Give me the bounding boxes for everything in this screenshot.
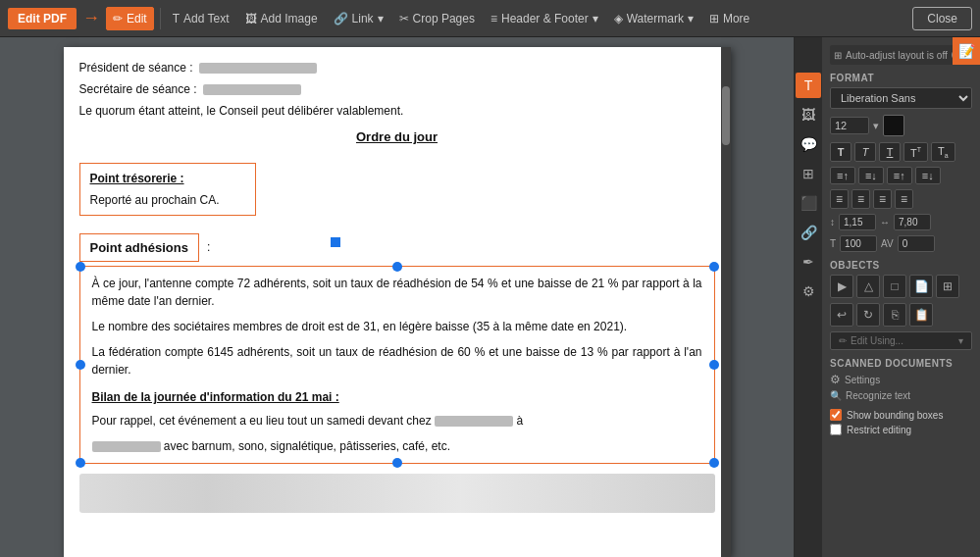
bilan-blurred1 [435, 416, 513, 427]
recognize-text-label: Recognize text [846, 390, 910, 401]
auto-adjust-icon: ⊞ [834, 50, 842, 61]
font-size-input[interactable] [830, 117, 869, 134]
obj-copy-btn[interactable]: ⎘ [883, 303, 906, 327]
restrict-editing-label: Restrict editing [847, 425, 911, 435]
header-footer-icon: ≡ [490, 12, 497, 25]
para3: La fédération compte 6145 adhérents, soi… [92, 343, 702, 379]
font-family-select[interactable]: Liberation Sans [830, 87, 972, 109]
obj-clipboard-btn[interactable]: 📋 [909, 303, 933, 327]
point-tresorerie-title: Point trésorerie : [90, 170, 245, 187]
ordre-du-jour: Ordre du jour [79, 127, 715, 147]
obj-undo-btn[interactable]: ↩ [830, 303, 853, 327]
obj-play-btn[interactable]: ▶ [830, 275, 853, 298]
bilan-section: Bilan de la journée d'information du 21 … [92, 388, 702, 455]
edit-panel-icon: 📝 [958, 43, 975, 59]
watermark-button[interactable]: ◈ Watermark ▾ [608, 8, 699, 29]
selection-handle-top [331, 237, 340, 247]
obj-page-btn[interactable]: 📄 [909, 275, 933, 298]
recognize-text-row[interactable]: 🔍 Recognize text [830, 390, 972, 401]
crop-icon: ✂ [399, 12, 409, 25]
close-button[interactable]: Close [912, 7, 972, 30]
pdf-scrollbar[interactable] [721, 47, 731, 557]
point-tresorerie-box: Point trésorerie : Reporté au prochain C… [79, 163, 256, 216]
superscript-button[interactable]: TT [903, 142, 928, 162]
point-adhesions-row: Point adhésions : [79, 233, 715, 263]
panel-active-icon[interactable]: 📝 [953, 37, 980, 65]
add-image-button[interactable]: 🖼 Add Image [239, 8, 324, 29]
obj-grid-btn[interactable]: ⊞ [936, 275, 959, 298]
line-height-row: ↕ ↔ [830, 214, 972, 230]
restrict-editing-row: Restrict editing [830, 424, 972, 435]
restrict-editing-checkbox[interactable] [830, 424, 842, 435]
pencil-icon: ✏ [839, 335, 847, 346]
align-justify-button[interactable]: ≡ [895, 189, 913, 209]
gear-icon: ⚙ [830, 373, 841, 386]
recognize-text-icon: 🔍 [830, 390, 842, 401]
av-input[interactable] [898, 235, 935, 252]
char-spacing-input[interactable] [894, 214, 931, 230]
handle-right [709, 360, 719, 370]
image-icon-btn[interactable]: 🖼 [796, 102, 821, 127]
link-button[interactable]: 🔗 Link ▾ [328, 8, 389, 29]
header-footer-button[interactable]: ≡ Header & Footer ▾ [485, 8, 604, 29]
av-label: AV [881, 238, 894, 249]
list-outdent-btn1[interactable]: ≡↓ [858, 167, 884, 184]
font-size-dropdown-icon[interactable]: ▾ [873, 120, 879, 132]
handle-topright [709, 262, 719, 272]
line-height-icon: ↕ [830, 217, 835, 228]
crop-pages-button[interactable]: ✂ Crop Pages [393, 8, 481, 29]
align-center-button[interactable]: ≡ [851, 189, 870, 209]
format-icon-btn[interactable]: T [796, 73, 821, 98]
quorum-line: Le quorum étant atteint, le Conseil peut… [79, 102, 715, 120]
style-btn-row1: T T T TT Ta [830, 142, 972, 162]
edit-icon: ✏ [113, 12, 123, 25]
secretaire-label: Secrétaire de séance : [79, 80, 197, 98]
auto-adjust-bar: ⊞ Auto-adjust layout is off i [830, 45, 972, 65]
comment-icon-btn[interactable]: 💬 [796, 131, 821, 157]
subscript-button[interactable]: Ta [931, 142, 955, 162]
settings-row[interactable]: ⚙ Settings [830, 373, 972, 386]
para2: Le nombre des sociétaires membres de dro… [92, 318, 702, 335]
table-icon-btn[interactable]: ⊞ [796, 161, 821, 186]
sign-icon-btn[interactable]: ✒ [796, 249, 821, 275]
objects-btn-row1: ▶ △ □ 📄 ⊞ [830, 275, 972, 298]
line-height-input[interactable] [839, 214, 876, 230]
main-text-box[interactable]: À ce jour, l'antenne compte 72 adhérents… [79, 266, 715, 464]
edit-using-button[interactable]: ✏ Edit Using... ▾ [830, 331, 972, 350]
italic-button[interactable]: T [854, 142, 876, 162]
president-label: Président de séance : [79, 59, 193, 76]
edit-button[interactable]: ✏ Edit [106, 7, 154, 30]
watermark-icon: ◈ [614, 12, 623, 25]
list-indent-btn2[interactable]: ≡↑ [887, 167, 912, 184]
handle-left [76, 360, 85, 370]
align-right-button[interactable]: ≡ [873, 189, 892, 209]
bold-button[interactable]: T [830, 142, 851, 162]
obj-refresh-btn[interactable]: ↻ [856, 303, 880, 327]
scale-input[interactable] [840, 235, 877, 252]
more-button[interactable]: ⊞ More [703, 8, 755, 29]
link2-icon-btn[interactable]: 🔗 [796, 220, 821, 245]
edit-pdf-button[interactable]: Edit PDF [8, 8, 77, 29]
obj-triangle-btn[interactable]: △ [856, 275, 880, 298]
add-text-button[interactable]: T Add Text [167, 8, 235, 29]
bilan-title: Bilan de la journée d'information du 21 … [92, 388, 702, 406]
underline-button[interactable]: T [879, 142, 901, 162]
scale-label: T [830, 238, 836, 249]
list-indent-btn1[interactable]: ≡↑ [830, 167, 855, 184]
pdf-scrollbar-thumb[interactable] [722, 86, 730, 145]
obj-square-btn[interactable]: □ [883, 275, 906, 298]
president-value-blurred [199, 63, 317, 74]
header-footer-dropdown-icon: ▾ [593, 12, 598, 25]
point-tresorerie-body: Reporté au prochain CA. [90, 191, 245, 209]
scan-icon-btn[interactable]: ⬛ [796, 190, 821, 216]
tools-icon-btn[interactable]: ⚙ [796, 278, 821, 304]
right-panel-inner: T 🖼 💬 ⊞ ⬛ 🔗 ✒ ⚙ ⊞ Auto-adjust layout is … [795, 37, 980, 557]
show-bounding-boxes-row: Show bounding boxes [830, 409, 972, 421]
font-color-picker[interactable] [883, 115, 904, 136]
align-btn-row: ≡ ≡ ≡ ≡ [830, 189, 972, 209]
format-section-title: FORMAT [830, 73, 972, 83]
show-bounding-boxes-checkbox[interactable] [830, 409, 842, 421]
panel-icon-strip: T 🖼 💬 ⊞ ⬛ 🔗 ✒ ⚙ [795, 37, 822, 557]
align-left-button[interactable]: ≡ [830, 189, 849, 209]
list-outdent-btn2[interactable]: ≡↓ [915, 167, 941, 184]
